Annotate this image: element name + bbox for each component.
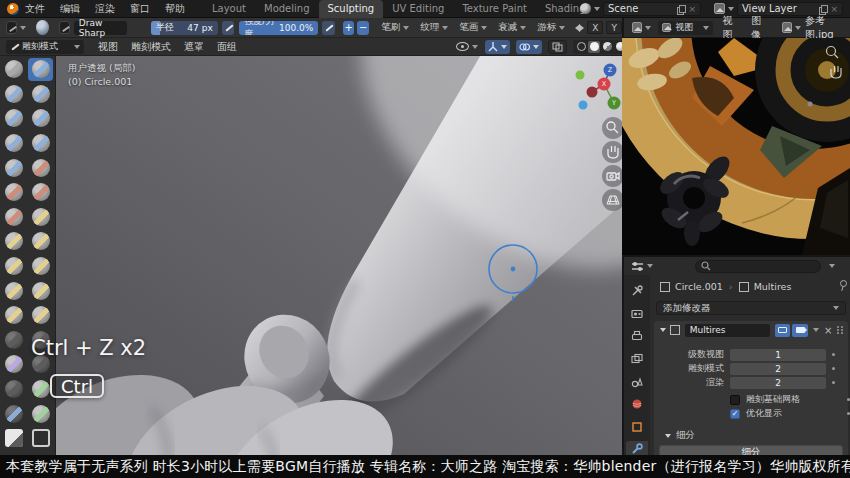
show-render-toggle[interactable]: [792, 324, 807, 337]
modifier-name-field[interactable]: Multires: [685, 324, 770, 337]
tab-view-layer[interactable]: [626, 351, 648, 368]
symmetry-x-button[interactable]: X: [587, 21, 603, 34]
reference-image-view[interactable]: [622, 38, 850, 255]
add-brush-button[interactable]: +: [343, 21, 355, 35]
scene-field[interactable]: Scene ×: [603, 2, 701, 16]
tab-tool[interactable]: [626, 283, 648, 300]
gizmo-neg-z-ball[interactable]: [579, 101, 588, 110]
remove-brush-button[interactable]: −: [357, 21, 369, 35]
blender-logo-icon[interactable]: [7, 3, 19, 15]
show-viewport-toggle[interactable]: [775, 324, 790, 337]
modifier-extras-chevron-icon[interactable]: [813, 328, 819, 332]
popover-cursor[interactable]: 游标: [537, 21, 565, 34]
editor-type-chevron-icon[interactable]: [20, 26, 26, 30]
tab-object[interactable]: [626, 418, 648, 435]
image-editor-type-icon[interactable]: [632, 22, 642, 33]
brush-slide-relax[interactable]: [1, 328, 26, 351]
scene-chevron-icon[interactable]: [594, 7, 600, 11]
menu-help[interactable]: 帮助: [165, 2, 185, 16]
add-modifier-button[interactable]: 添加修改器: [656, 301, 846, 315]
strength-slider[interactable]: 强度/力度 100.0%: [239, 21, 318, 35]
brush-preview-icon[interactable]: [36, 20, 48, 35]
radius-slider[interactable]: 半径 47 px: [151, 21, 218, 35]
xray-toggle[interactable]: [548, 40, 567, 54]
tab-render[interactable]: [626, 306, 648, 323]
image-datablock-chevron-icon[interactable]: [795, 26, 801, 30]
tab-texture-paint[interactable]: Texture Paint: [453, 0, 536, 18]
brush-layer[interactable]: [28, 107, 53, 130]
brush-elastic-deform[interactable]: [1, 255, 26, 278]
view-layer-close-icon[interactable]: ×: [830, 4, 838, 14]
symmetry-y-button[interactable]: Y: [606, 21, 622, 34]
scene-copy-icon[interactable]: [677, 5, 684, 13]
brush-blob[interactable]: [28, 132, 53, 155]
shading-material-button[interactable]: [601, 41, 613, 53]
brush-scrape[interactable]: [1, 205, 26, 228]
menu-edit[interactable]: 编辑: [60, 2, 80, 16]
brush-clay[interactable]: [1, 82, 26, 105]
levels-viewport-field[interactable]: 1: [730, 349, 826, 361]
vp-menu-face-sets[interactable]: 面组: [217, 40, 237, 54]
mode-dropdown[interactable]: 雕刻模式: [6, 40, 84, 54]
vp-menu-mask[interactable]: 遮罩: [184, 40, 204, 54]
brush-displacement-smear[interactable]: [28, 402, 53, 425]
brush-rotate[interactable]: [28, 304, 53, 327]
overlays-toggle[interactable]: [516, 40, 542, 54]
menu-window[interactable]: 窗口: [130, 2, 150, 16]
tab-scene[interactable]: [626, 373, 648, 390]
tab-output[interactable]: [626, 328, 648, 345]
symmetry-icon[interactable]: [575, 23, 584, 33]
brush-nudge[interactable]: [1, 304, 26, 327]
brush-thumb[interactable]: [1, 279, 26, 302]
tab-layout[interactable]: Layout: [203, 0, 255, 18]
gizmo-axis-ball[interactable]: [576, 71, 585, 80]
brush-draw-sharp[interactable]: [28, 58, 53, 81]
image-datablock-icon[interactable]: [782, 22, 792, 33]
brush-clay-thumb[interactable]: [1, 107, 26, 130]
visibility-chevron-icon[interactable]: [472, 45, 478, 49]
pin-icon[interactable]: [838, 280, 847, 291]
properties-editor-type-icon[interactable]: [631, 261, 644, 272]
scene-close-icon[interactable]: ×: [688, 4, 696, 14]
menu-file[interactable]: 文件: [25, 2, 45, 16]
vp-menu-view[interactable]: 视图: [98, 40, 118, 54]
brush-crease[interactable]: [1, 156, 26, 179]
subdivision-section-header[interactable]: 细分: [662, 429, 695, 442]
brush-fill[interactable]: [28, 181, 53, 204]
properties-search-input[interactable]: [695, 260, 821, 273]
brush-draw[interactable]: [1, 58, 26, 81]
shading-wireframe-button[interactable]: [575, 41, 587, 53]
popover-stroke[interactable]: 笔画: [459, 21, 487, 34]
animate-dot-icon[interactable]: [832, 381, 835, 384]
popover-texture[interactable]: 纹理: [420, 21, 448, 34]
brush-grab[interactable]: [28, 230, 53, 253]
brush-clay-strips[interactable]: [28, 82, 53, 105]
editor-type-icon[interactable]: [6, 21, 17, 34]
shading-solid-button[interactable]: [588, 41, 600, 53]
levels-render-field[interactable]: 2: [730, 377, 826, 389]
brush-inflate[interactable]: [1, 132, 26, 155]
popover-falloff[interactable]: 衰减: [498, 21, 526, 34]
gizmo-neg-x-ball[interactable]: [587, 87, 598, 98]
brush-multiplane-scrape[interactable]: [28, 205, 53, 228]
breadcrumb-object[interactable]: Circle.001: [675, 281, 723, 292]
breadcrumb-modifier[interactable]: Multires: [754, 281, 792, 292]
brush-simplify[interactable]: [1, 353, 26, 376]
brush-name-field[interactable]: Draw Sharp: [74, 21, 127, 35]
radius-pressure-toggle[interactable]: [222, 21, 234, 35]
brush-thumbnail-icon[interactable]: [59, 21, 70, 34]
brush-smooth[interactable]: [28, 156, 53, 179]
properties-type-chevron-icon[interactable]: [647, 264, 653, 268]
brush-flatten[interactable]: [1, 181, 26, 204]
drag-handle-icon[interactable]: [836, 325, 844, 335]
popover-brush[interactable]: 笔刷: [381, 21, 409, 34]
animate-dot-icon[interactable]: [832, 353, 835, 356]
image-mode-dropdown[interactable]: 视图: [658, 21, 712, 35]
visibility-eye-icon[interactable]: [456, 42, 469, 51]
view-layer-chevron-icon[interactable]: [728, 7, 734, 11]
brush-pose[interactable]: [28, 279, 53, 302]
vp-menu-sculpt[interactable]: 雕刻模式: [131, 40, 171, 54]
animate-dot-icon[interactable]: [832, 367, 835, 370]
scene-icon[interactable]: [580, 3, 591, 14]
view-layer-icon[interactable]: [714, 3, 725, 14]
